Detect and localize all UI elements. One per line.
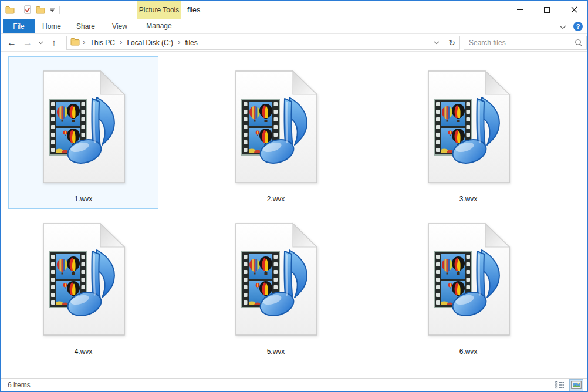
file-item[interactable]: 1.wvx <box>8 56 158 209</box>
wvx-file-icon <box>227 66 325 188</box>
properties-icon[interactable] <box>23 5 32 15</box>
tab-manage[interactable]: Manage <box>137 19 181 33</box>
wvx-file-icon <box>35 66 132 188</box>
file-item[interactable]: 2.wvx <box>201 56 351 209</box>
qat-customize-dropdown-icon[interactable] <box>49 7 55 12</box>
file-name: 6.wvx <box>459 347 478 356</box>
wvx-file-icon <box>227 218 325 340</box>
address-bar[interactable]: › This PC › Local Disk (C:) › files ↻ <box>66 36 460 50</box>
qat-divider <box>59 6 60 14</box>
close-icon <box>571 6 577 13</box>
refresh-icon[interactable]: ↻ <box>444 36 459 49</box>
tab-view[interactable]: View <box>103 19 137 33</box>
search-icon[interactable] <box>571 39 586 47</box>
status-divider <box>39 381 39 389</box>
file-item[interactable]: 6.wvx <box>393 209 543 361</box>
items-count: 6 items <box>1 381 31 389</box>
minimize-icon <box>517 9 523 10</box>
minimize-button[interactable] <box>506 1 533 19</box>
ribbon-tab-row: File Home Share View Manage ? <box>1 19 587 34</box>
status-bar: 6 items <box>1 378 587 391</box>
tab-file[interactable]: File <box>3 19 35 33</box>
up-button[interactable]: ↑ <box>46 38 62 48</box>
maximize-button[interactable] <box>533 1 560 19</box>
wvx-file-icon <box>420 66 517 188</box>
contextual-tab-header: Picture Tools <box>137 1 181 19</box>
minimize-ribbon-icon[interactable] <box>559 21 566 32</box>
address-bar-row: ← → ↑ › This PC › Local Disk (C:) › file… <box>1 34 587 52</box>
address-dropdown-icon[interactable] <box>430 36 444 49</box>
quick-access-toolbar <box>1 5 60 15</box>
file-name: 4.wvx <box>75 347 93 356</box>
tab-home[interactable]: Home <box>35 19 69 33</box>
close-button[interactable] <box>560 1 587 19</box>
file-name: 5.wvx <box>267 347 285 356</box>
search-input[interactable] <box>464 39 571 47</box>
folder-icon <box>70 37 80 49</box>
breadcrumb-this-pc[interactable]: This PC <box>86 36 119 49</box>
explorer-app-icon <box>5 5 15 15</box>
file-item[interactable]: 3.wvx <box>393 56 543 209</box>
back-button[interactable]: ← <box>3 38 21 48</box>
large-icons-view-icon[interactable] <box>570 380 583 391</box>
view-toggles <box>553 380 587 391</box>
window-title: files <box>187 1 200 19</box>
search-box[interactable] <box>464 36 587 50</box>
help-icon[interactable]: ? <box>573 22 583 31</box>
file-item[interactable]: 4.wvx <box>8 209 158 361</box>
recent-locations-icon[interactable] <box>35 41 46 45</box>
forward-button[interactable]: → <box>21 38 35 48</box>
file-list-area: 1.wvx 2.wvx 3.wvx 4.wvx 5.wvx 6.wvx <box>1 52 587 378</box>
wvx-file-icon <box>35 218 132 340</box>
details-view-icon[interactable] <box>553 380 566 391</box>
qat-divider <box>19 6 19 14</box>
file-name: 3.wvx <box>459 195 478 203</box>
wvx-file-icon <box>420 218 517 340</box>
file-name: 1.wvx <box>75 195 93 203</box>
window-controls <box>506 1 587 19</box>
title-bar: Picture Tools files <box>1 1 587 19</box>
tab-share[interactable]: Share <box>69 19 103 33</box>
new-folder-icon[interactable] <box>36 5 45 15</box>
maximize-icon <box>544 7 550 13</box>
breadcrumb-files[interactable]: files <box>181 36 201 49</box>
breadcrumb-local-disk-c[interactable]: Local Disk (C:) <box>123 36 177 49</box>
file-name: 2.wvx <box>267 195 285 203</box>
explorer-window: Picture Tools files File Home Share View… <box>0 0 588 392</box>
file-item[interactable]: 5.wvx <box>201 209 351 361</box>
